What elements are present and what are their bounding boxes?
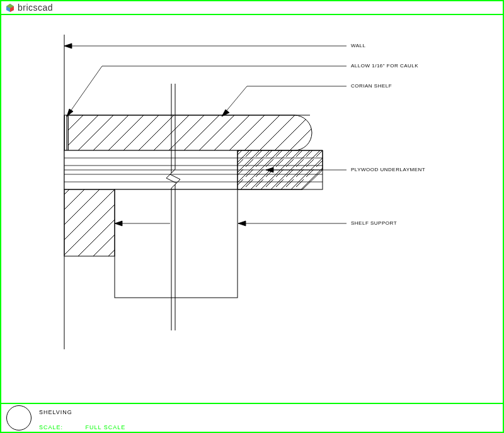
label-shelf: CORIAN SHELF — [351, 83, 392, 89]
label-caulk: ALLOW 1/16" FOR CAULK — [351, 63, 418, 69]
title-block: SHELVING SCALE: FULL SCALE — [1, 403, 503, 432]
app-header: bricscad — [1, 1, 503, 15]
app-logo: bricscad — [5, 3, 53, 13]
drawing-title: SHELVING — [39, 409, 72, 415]
drawing-canvas[interactable]: WALL ALLOW 1/16" FOR CAULK CORIAN SHELF … — [1, 15, 503, 403]
app-name: bricscad — [18, 3, 53, 13]
svg-rect-8 — [64, 115, 68, 150]
label-underlayment: PLYWOOD UNDERLAYMENT — [351, 167, 425, 172]
svg-rect-18 — [64, 189, 115, 256]
label-wall: WALL — [351, 43, 366, 48]
svg-marker-34 — [238, 221, 246, 226]
detail-marker-circle — [6, 405, 32, 430]
svg-line-26 — [67, 66, 102, 116]
svg-marker-24 — [64, 43, 72, 48]
label-support: SHELF SUPPORT — [351, 220, 397, 226]
scale-value: FULL SCALE — [86, 424, 126, 430]
svg-rect-17 — [115, 189, 238, 298]
cad-drawing — [1, 15, 503, 403]
bricscad-logo-icon — [5, 3, 15, 13]
scale-label: SCALE: — [39, 424, 83, 430]
scale-row: SCALE: FULL SCALE — [39, 424, 125, 430]
